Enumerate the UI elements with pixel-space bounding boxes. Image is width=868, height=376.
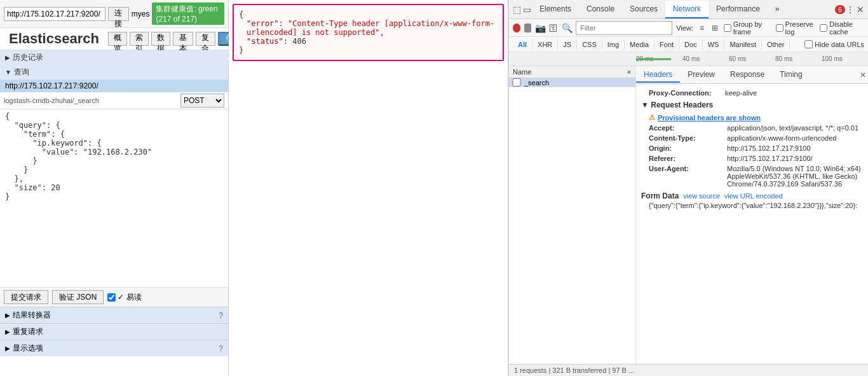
filter-css[interactable]: CSS [577,39,602,50]
query-section-header[interactable]: ▼ 查询 [0,65,228,80]
status-key: "status" [247,37,283,46]
result-converter-label: 结果转换器 [13,310,51,321]
result-converter-help-icon: ? [219,311,223,320]
validate-button[interactable]: 验证 JSON [52,290,104,304]
submit-button[interactable]: 提交请求 [4,290,48,304]
tab-console[interactable]: Console [579,1,622,18]
devtools-menu-icon[interactable]: ⋮ [845,4,855,15]
details-close-button[interactable]: ✕ [858,70,868,80]
data-browse-button[interactable]: 数据浏览 [151,32,170,46]
filter-media[interactable]: Media [625,39,654,50]
filter-other[interactable]: Other [762,39,790,50]
view-url-encoded-link[interactable]: view URL encoded [724,192,783,200]
preserve-log-label[interactable]: Preserve log [776,20,817,36]
filter-ws[interactable]: WS [703,39,725,50]
preserve-log-checkbox[interactable] [776,24,783,32]
timeline-80ms: 80 ms [775,55,792,62]
filter-icon[interactable]: ⚿ [549,23,558,33]
filter-doc[interactable]: Doc [679,39,703,50]
view-source-link[interactable]: view source [683,192,720,200]
content-type-value: application/x-www-form-urlencoded [727,134,836,142]
details-tab-preview[interactable]: Preview [680,67,722,83]
error-key: "error" [247,19,279,28]
display-options-item[interactable]: ▶ 显示选项 ? [0,340,228,356]
filter-input[interactable] [576,21,672,35]
request-headers-title[interactable]: ▼ Request Headers [641,98,863,112]
row-checkbox[interactable] [512,78,522,87]
index-button[interactable]: 索引 [130,32,149,46]
url-input[interactable] [4,7,105,21]
query-editor[interactable]: { "query": { "term": { "ip.keyword": { "… [0,109,228,287]
referer-row: Referer: http://175.102.17.217:9100/ [641,153,863,164]
filter-img[interactable]: Img [602,39,625,50]
disable-cache-label[interactable]: Disable cache [820,20,864,36]
status-value: 406 [292,37,306,46]
main-toolbar: 概览 索引 数据浏览 基本查询 [+] 复合查询 [+] 信息▼ [104,29,245,48]
easy-read-checkbox[interactable] [107,293,116,302]
error-value: "Content-Type header [application/x-www-… [247,19,494,37]
network-detail: Headers Preview Response Timing ✕ Proxy-… [636,66,868,364]
status-bar: 1 requests | 321 B transferred | 97 B ..… [509,364,868,376]
details-tab-timing[interactable]: Timing [772,67,810,83]
devtools-inspect-icon[interactable]: ⬚ [512,4,522,15]
filter-manifest[interactable]: Manifest [724,39,762,50]
repeat-request-item[interactable]: ▶ 重复请求 [0,323,228,340]
table-row[interactable]: _search [509,78,635,87]
cluster-status-badge: 集群健康值: green (217 of 217) [152,3,224,25]
query-label: 查询 [14,67,29,78]
left-panel: 连接 myes 集群健康值: green (217 of 217) Elasti… [0,0,229,376]
group-by-frame-label[interactable]: Group by frame [724,20,772,36]
disable-cache-checkbox[interactable] [820,24,827,32]
overview-button[interactable]: 概览 [108,32,127,46]
filter-all[interactable]: All [513,39,532,50]
form-data-value: {"query":{"term":{"ip.keyword":{"value":… [641,200,863,211]
top-bar: 连接 myes 集群健康值: green (217 of 217) [0,0,228,28]
group-by-frame-checkbox[interactable] [724,24,731,32]
basic-query-button[interactable]: 基本查询 [+] [173,32,193,46]
accept-key: Accept: [649,124,725,132]
hide-data-urls-checkbox[interactable] [804,40,813,48]
timeline-100ms: 100 ms [822,55,843,62]
timeline-60ms: 60 ms [729,55,746,62]
record-button[interactable] [513,24,520,32]
hide-data-urls-label[interactable]: Hide data URLs [804,40,864,48]
connect-button[interactable]: 连接 [108,7,129,21]
grid-view-icon[interactable]: ⊞ [710,22,720,34]
warning-row: ⚠ Provisional headers are shown [641,112,863,123]
easy-read-checkbox-label[interactable]: ✓ 易读 [107,292,141,303]
name-column-header: Name [509,66,623,78]
stop-button[interactable] [524,24,532,32]
camera-icon[interactable]: 📷 [535,23,545,33]
history-section-header[interactable]: ▶ 历史记录 [0,50,228,65]
filter-font[interactable]: Font [654,39,679,50]
tab-network[interactable]: Network [665,1,709,18]
details-tab-headers[interactable]: Headers [636,67,680,83]
filter-bar: All XHR JS CSS Img Media Font Doc WS Man… [509,37,868,52]
x-column-header: × [623,66,635,78]
accept-value: application/json, text/javascript, */*; … [727,124,858,132]
result-converter-item[interactable]: ▶ 结果转换器 ? [0,307,228,323]
filter-js[interactable]: JS [558,39,577,50]
composite-query-button[interactable]: 复合查询 [+] [196,32,216,46]
tab-sources[interactable]: Sources [622,1,665,18]
method-select[interactable]: POST GET PUT DELETE [180,94,224,108]
tab-more[interactable]: » [768,1,787,18]
devtools-device-icon[interactable]: ▭ [522,4,532,15]
query-path-display: logstash-cmdb-zhuhai/_search [4,97,178,104]
query-path-row: logstash-cmdb-zhuhai/_search POST GET PU… [0,92,228,109]
proxy-connection-value: keep-alive [725,89,757,97]
list-view-icon[interactable]: ≡ [697,22,707,34]
app-title: Elasticsearch [4,28,104,50]
tab-elements[interactable]: Elements [532,1,579,18]
display-options-help-icon: ? [219,344,223,353]
accept-row: Accept: application/json, text/javascrip… [641,123,863,133]
warning-icon: ⚠ [649,113,655,122]
proxy-connection-row: Proxy-Connection: keep-alive [641,88,863,98]
devtools-close-icon[interactable]: ✕ [855,4,865,15]
tab-performance[interactable]: Performance [709,1,768,18]
content-type-key: Content-Type: [649,134,725,142]
query-url-item[interactable]: http://175.102.17.217:9200/ [0,80,228,92]
search-icon[interactable]: 🔍 [562,23,572,33]
filter-xhr[interactable]: XHR [532,39,558,50]
details-tab-response[interactable]: Response [722,67,772,83]
